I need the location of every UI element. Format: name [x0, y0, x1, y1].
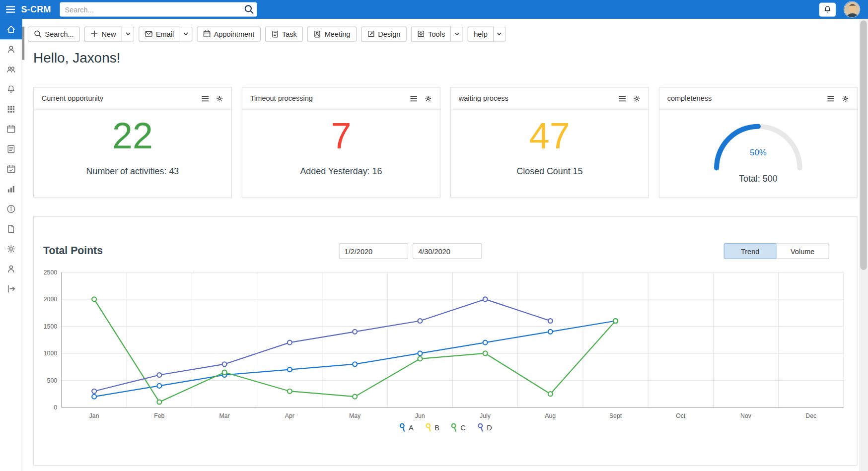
toolbar-button-label: Search...: [45, 30, 73, 38]
card-waiting-process: waiting process 47 Closed Count 15: [450, 87, 649, 198]
page-scrollbar-thumb[interactable]: [860, 20, 867, 270]
sidebar-item-profile[interactable]: [0, 259, 22, 279]
card-value: 47: [451, 118, 649, 154]
page-scrollbar[interactable]: [859, 19, 868, 471]
list-icon[interactable]: [410, 94, 418, 102]
user-icon: [6, 264, 16, 274]
toolbar-button-search[interactable]: Search...: [28, 26, 80, 41]
sidebar-item-settings[interactable]: [0, 239, 22, 259]
date-from-input[interactable]: [339, 243, 408, 259]
gear-icon[interactable]: [216, 94, 223, 102]
toolbar-group-appointment: Appointment: [197, 26, 260, 41]
legend-marker-icon: [450, 423, 458, 432]
search-input[interactable]: [60, 2, 257, 16]
chart-mode-toggle: TrendVolume: [724, 243, 829, 259]
tools-icon: [417, 30, 425, 38]
card-completeness: completeness 50% Total: 500: [659, 87, 858, 198]
toolbar-group-search: Search...: [28, 26, 80, 41]
gear-icon: [6, 244, 16, 254]
logout-icon: [6, 284, 16, 294]
sidebar-item-reports[interactable]: [0, 179, 22, 199]
sidebar-item-invoices[interactable]: [0, 139, 22, 159]
toolbar-button-email[interactable]: Email: [139, 26, 180, 41]
sidebar-item-home[interactable]: [0, 19, 22, 39]
notifications-bell-icon[interactable]: [819, 2, 836, 16]
user-avatar[interactable]: [844, 1, 861, 18]
toolbar-button-label: Task: [282, 30, 297, 38]
chevron-down-icon: [497, 31, 502, 37]
toggle-trend[interactable]: Trend: [724, 243, 777, 259]
svg-text:2000: 2000: [44, 296, 57, 303]
menu-icon[interactable]: [2, 5, 19, 13]
sidebar-scrollbar-thumb[interactable]: [22, 27, 24, 60]
toolbar-button-meeting[interactable]: Meeting: [307, 26, 357, 41]
sidebar-item-modules[interactable]: [0, 99, 22, 119]
toolbar-caret-tools[interactable]: [451, 26, 463, 41]
sidebar-item-contacts[interactable]: [0, 39, 22, 59]
card-actions: [618, 94, 641, 102]
toolbar-group-design: Design: [361, 26, 407, 41]
info-icon: [6, 204, 16, 214]
toolbar-button-label: help: [474, 30, 487, 38]
legend-marker-icon: [425, 423, 432, 432]
toolbar-button-label: Email: [156, 30, 174, 38]
legend-marker-icon: [477, 423, 484, 432]
sidebar-item-calendar[interactable]: [0, 119, 22, 139]
gear-icon[interactable]: [841, 94, 849, 102]
legend-item-d[interactable]: D: [477, 423, 492, 432]
chart-legend: ABCD: [34, 423, 857, 432]
sidebar-item-accounts[interactable]: [0, 60, 22, 79]
legend-label: C: [460, 423, 465, 432]
toolbar-button-tools[interactable]: Tools: [411, 26, 451, 41]
toolbar-caret-new[interactable]: [122, 26, 135, 41]
legend-label: A: [409, 423, 414, 432]
toolbar-caret-email[interactable]: [180, 26, 193, 41]
list-icon[interactable]: [827, 94, 835, 102]
meeting-icon: [313, 30, 321, 38]
toolbar-button-appointment[interactable]: Appointment: [197, 26, 260, 41]
sidebar-item-about[interactable]: [0, 199, 22, 219]
svg-text:Nov: Nov: [740, 412, 752, 419]
toolbar-button-design[interactable]: Design: [361, 26, 407, 41]
gear-icon[interactable]: [633, 94, 641, 102]
list-icon[interactable]: [201, 94, 209, 102]
legend-item-a[interactable]: A: [399, 423, 414, 432]
sidebar-item-documents[interactable]: [0, 219, 22, 239]
card-current-opportunity: Current opportunity 22 Number of activit…: [33, 87, 232, 198]
svg-text:0: 0: [54, 404, 57, 411]
legend-label: D: [487, 423, 492, 432]
gear-icon[interactable]: [424, 94, 432, 102]
date-to-input[interactable]: [413, 243, 482, 259]
main-content: Search...NewEmailAppointmentTaskMeetingD…: [23, 19, 859, 471]
toolbar-group-new: New: [84, 26, 135, 41]
plus-icon: [90, 30, 98, 38]
toggle-volume[interactable]: Volume: [777, 243, 829, 259]
card-header: waiting process: [451, 87, 649, 110]
card-header: Timeout processing: [242, 87, 440, 110]
toolbar-button-new[interactable]: New: [84, 26, 122, 41]
grid-icon: [6, 104, 16, 114]
svg-text:Feb: Feb: [154, 412, 164, 419]
app-root: S-CRM Search...NewEmailAppointmentTaskMe…: [0, 0, 868, 471]
toolbar-button-help[interactable]: help: [468, 26, 494, 41]
calendar-check-icon: [6, 164, 16, 174]
sidebar-item-notifications[interactable]: [0, 79, 22, 99]
calendar-icon: [6, 124, 16, 134]
legend-item-c[interactable]: C: [450, 423, 466, 432]
toolbar-button-label: Design: [378, 30, 400, 38]
topbar: S-CRM: [0, 0, 868, 19]
home-icon: [6, 24, 16, 34]
chart-title: Total Points: [43, 245, 103, 257]
sidebar-nav: [0, 19, 22, 471]
legend-item-b[interactable]: B: [425, 423, 439, 432]
app-title: S-CRM: [21, 4, 51, 14]
toolbar-caret-help[interactable]: [494, 26, 506, 41]
toolbar-button-task[interactable]: Task: [265, 26, 303, 41]
sidebar-item-logout[interactable]: [0, 279, 22, 299]
sidebar-item-schedule[interactable]: [0, 159, 22, 179]
toolbar-group-help: help: [468, 26, 506, 41]
search-icon[interactable]: [243, 3, 255, 18]
action-toolbar: Search...NewEmailAppointmentTaskMeetingD…: [23, 24, 859, 43]
person-icon: [6, 44, 16, 54]
list-icon[interactable]: [618, 94, 626, 102]
